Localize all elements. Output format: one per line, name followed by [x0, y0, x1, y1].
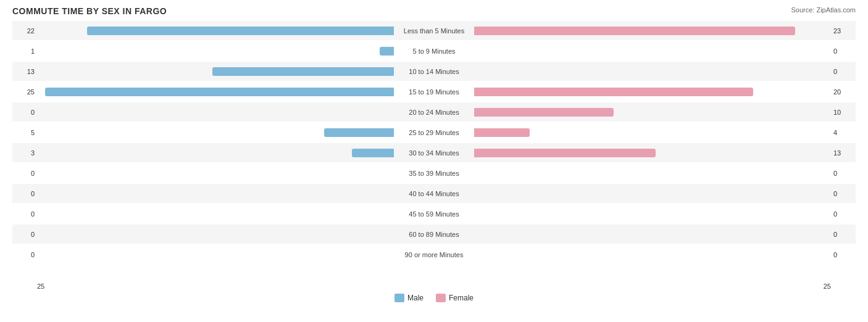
chart-row: 040 to 44 Minutes0 — [12, 184, 856, 203]
chart-row: 045 to 59 Minutes0 — [12, 204, 856, 223]
chart-row: 090 or more Minutes0 — [12, 245, 856, 264]
male-value: 0 — [12, 210, 37, 218]
female-bar — [474, 108, 614, 117]
male-bar — [87, 27, 394, 35]
female-value: 23 — [831, 27, 856, 35]
row-bars: 40 to 44 Minutes — [37, 184, 831, 203]
male-bar — [352, 149, 394, 157]
axis-left: 25 — [37, 283, 44, 290]
female-value: 13 — [831, 149, 856, 157]
row-bars: 5 to 9 Minutes — [37, 41, 831, 60]
female-value: 20 — [831, 88, 856, 96]
male-bar — [380, 47, 394, 56]
source-label: Source: ZipAtlas.com — [791, 6, 856, 14]
male-value: 1 — [12, 47, 37, 55]
chart-row: 330 to 34 Minutes13 — [12, 143, 856, 162]
female-value: 0 — [831, 210, 856, 218]
male-legend-label: Male — [407, 294, 424, 302]
chart-area: 22Less than 5 Minutes2315 to 9 Minutes01… — [12, 21, 856, 280]
female-value: 0 — [831, 251, 856, 258]
row-bars: 45 to 59 Minutes — [37, 204, 831, 223]
male-value: 0 — [12, 251, 37, 258]
row-bars: 35 to 39 Minutes — [37, 163, 831, 183]
row-bars: 25 to 29 Minutes — [37, 123, 831, 142]
chart-container: COMMUTE TIME BY SEX IN FARGO Source: Zip… — [0, 0, 868, 322]
female-value: 0 — [831, 170, 856, 177]
female-legend-label: Female — [449, 294, 474, 302]
chart-row: 525 to 29 Minutes4 — [12, 123, 856, 142]
male-value: 3 — [12, 149, 37, 157]
row-bars: 15 to 19 Minutes — [37, 82, 831, 101]
row-label: 25 to 29 Minutes — [409, 129, 459, 136]
chart-row: 15 to 9 Minutes0 — [12, 41, 856, 60]
row-label: 20 to 24 Minutes — [409, 109, 459, 116]
row-label: 10 to 14 Minutes — [409, 68, 459, 75]
row-label: 5 to 9 Minutes — [412, 47, 455, 55]
male-value: 25 — [12, 88, 37, 96]
male-value: 0 — [12, 190, 37, 197]
female-value: 0 — [831, 47, 856, 55]
row-label: Less than 5 Minutes — [404, 27, 464, 35]
chart-row: 035 to 39 Minutes0 — [12, 163, 856, 183]
row-bars: 60 to 89 Minutes — [37, 225, 831, 244]
female-value: 10 — [831, 109, 856, 116]
axis-row: 25 25 — [12, 283, 856, 290]
row-bars: 20 to 24 Minutes — [37, 102, 831, 122]
male-bar — [324, 128, 394, 137]
chart-row: 2515 to 19 Minutes20 — [12, 82, 856, 101]
chart-row: 020 to 24 Minutes10 — [12, 102, 856, 122]
female-bar — [474, 88, 753, 96]
male-bar — [45, 88, 394, 96]
chart-row: 1310 to 14 Minutes0 — [12, 62, 856, 81]
row-label: 15 to 19 Minutes — [409, 88, 459, 96]
male-value: 22 — [12, 27, 37, 35]
axis-right: 25 — [824, 283, 831, 290]
female-bar — [474, 149, 656, 157]
chart-row: 060 to 89 Minutes0 — [12, 225, 856, 244]
row-label: 60 to 89 Minutes — [409, 231, 459, 238]
female-value: 0 — [831, 190, 856, 197]
row-label: 40 to 44 Minutes — [409, 190, 459, 197]
male-legend-box — [394, 294, 404, 302]
male-bar — [212, 67, 394, 76]
male-value: 0 — [12, 109, 37, 116]
row-bars: 30 to 34 Minutes — [37, 143, 831, 162]
row-label: 90 or more Minutes — [405, 251, 464, 258]
row-bars: Less than 5 Minutes — [37, 21, 831, 40]
row-label: 35 to 39 Minutes — [409, 170, 459, 177]
row-label: 45 to 59 Minutes — [409, 210, 459, 218]
female-bar — [474, 27, 795, 35]
legend-male: Male — [394, 294, 424, 302]
row-label: 30 to 34 Minutes — [409, 149, 459, 157]
row-bars: 90 or more Minutes — [37, 245, 831, 264]
row-bars: 10 to 14 Minutes — [37, 62, 831, 81]
chart-row: 22Less than 5 Minutes23 — [12, 21, 856, 40]
female-value: 0 — [831, 231, 856, 238]
male-value: 0 — [12, 231, 37, 238]
male-value: 5 — [12, 129, 37, 136]
female-legend-box — [436, 294, 446, 302]
chart-title: COMMUTE TIME BY SEX IN FARGO — [12, 6, 856, 16]
male-value: 13 — [12, 68, 37, 75]
legend: Male Female — [12, 294, 856, 302]
male-value: 0 — [12, 170, 37, 177]
female-value: 4 — [831, 129, 856, 136]
female-value: 0 — [831, 68, 856, 75]
female-bar — [474, 128, 530, 137]
legend-female: Female — [436, 294, 474, 302]
